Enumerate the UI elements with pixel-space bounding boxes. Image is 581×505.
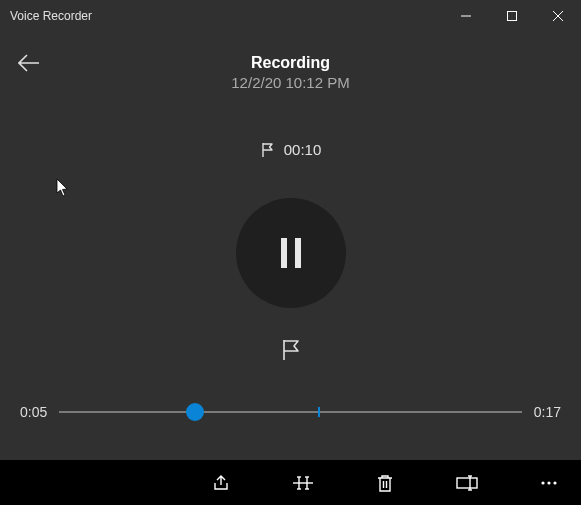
timeline: 0:05 0:17	[20, 404, 561, 420]
marker-time-row: 00:10	[260, 141, 322, 158]
bottom-toolbar	[0, 460, 581, 505]
trim-button[interactable]	[291, 471, 315, 495]
flag-icon	[279, 338, 303, 362]
timeline-track[interactable]	[59, 411, 522, 413]
window-controls	[443, 0, 581, 32]
share-button[interactable]	[209, 471, 233, 495]
rename-icon	[456, 475, 478, 491]
content-area: Recording 12/2/20 10:12 PM 00:10 0:05 0:…	[0, 32, 581, 460]
back-button[interactable]	[18, 54, 40, 72]
trash-icon	[376, 473, 394, 493]
more-button[interactable]	[537, 471, 561, 495]
add-marker-button[interactable]	[279, 338, 303, 362]
svg-point-12	[547, 481, 550, 484]
rename-button[interactable]	[455, 471, 479, 495]
recording-status: Recording	[251, 54, 330, 72]
close-icon	[553, 11, 563, 21]
share-icon	[211, 473, 231, 493]
trim-icon	[292, 474, 314, 492]
maximize-button[interactable]	[489, 0, 535, 32]
timeline-marker	[318, 407, 320, 417]
mouse-cursor	[56, 178, 70, 198]
svg-point-11	[541, 481, 544, 484]
app-window: Voice Recorder Recording 12/2/20 10:12 P…	[0, 0, 581, 460]
titlebar: Voice Recorder	[0, 0, 581, 32]
svg-point-13	[553, 481, 556, 484]
playhead[interactable]	[186, 403, 204, 421]
svg-rect-1	[508, 12, 517, 21]
more-icon	[540, 480, 558, 486]
svg-rect-7	[457, 478, 477, 488]
flag-icon	[260, 142, 276, 158]
app-title: Voice Recorder	[10, 9, 443, 23]
minimize-button[interactable]	[443, 0, 489, 32]
back-arrow-icon	[18, 54, 40, 72]
minimize-icon	[461, 11, 471, 21]
recording-timestamp: 12/2/20 10:12 PM	[231, 74, 349, 91]
marker-time: 00:10	[284, 141, 322, 158]
pause-icon	[281, 238, 301, 268]
delete-button[interactable]	[373, 471, 397, 495]
maximize-icon	[507, 11, 517, 21]
pause-button[interactable]	[236, 198, 346, 308]
time-current: 0:05	[20, 404, 47, 420]
close-button[interactable]	[535, 0, 581, 32]
time-total: 0:17	[534, 404, 561, 420]
